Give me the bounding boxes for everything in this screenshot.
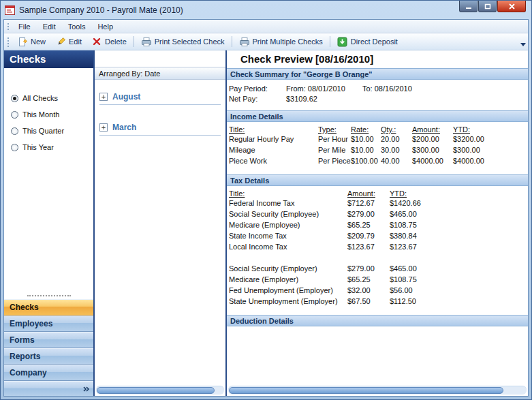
scrollbar-thumb[interactable] [97,387,215,394]
cell: $4000.00 [453,157,528,168]
maximize-button[interactable] [478,1,497,12]
cell: $10.00 [351,146,381,157]
new-button[interactable]: New [12,35,50,48]
edit-icon [55,37,66,47]
column-header: Title: [229,125,318,134]
group-march[interactable]: + March [99,123,221,136]
column-header: Title: [229,189,347,198]
delete-icon [91,37,102,47]
cell: $10.00 [351,135,381,146]
expand-plus-icon[interactable]: + [99,123,108,132]
print-selected-check-button[interactable]: Print Selected Check [136,35,230,48]
menu-tools[interactable]: Tools [62,21,92,32]
pay-period-to: To: 08/16/2010 [362,84,528,94]
cell: Per Hour [318,135,351,146]
toolbar-separator [134,36,134,47]
list-panel-spacer [95,50,225,67]
maximize-icon [484,3,491,10]
column-header: Rate: [351,125,381,134]
sidebar-splitter-handle[interactable] [4,292,93,299]
expand-plus-icon[interactable]: + [99,93,108,101]
cell: Regular Hourly Pay [229,135,318,146]
tax-table: Title: Amount: YTD: Federal Income Tax $… [227,186,528,315]
cell: Per Piece [318,157,351,168]
menu-edit[interactable]: Edit [37,21,62,32]
arranged-by-header[interactable]: Arranged By: Date [95,67,225,80]
radio-icon [11,111,18,119]
cell [390,253,528,264]
pay-period-label: Pay Period: [229,84,286,94]
filter-label: This Month [22,110,59,119]
cell: Mileage [229,146,318,157]
tax-section-header: Tax Details [227,174,528,186]
menu-help[interactable]: Help [91,21,119,32]
print-multiple-checks-label: Print Multiple Checks [253,37,323,46]
cell: State Income Tax [229,232,347,243]
delete-button[interactable]: Delete [87,35,131,48]
group-label: August [112,92,140,102]
toolbar-separator [330,36,330,47]
nav-forms[interactable]: Forms [4,332,93,348]
cell: Federal Income Tax [229,199,347,210]
column-header: YTD: [390,189,528,198]
cell: $300.00 [412,146,453,157]
menu-file[interactable]: File [12,21,37,32]
print-selected-check-label: Print Selected Check [155,37,225,46]
scrollbar-thumb[interactable] [229,387,503,394]
print-multiple-checks-button[interactable]: Print Multiple Checks [234,35,328,48]
net-pay-label: Net Pay: [229,94,286,104]
sidebar-title: Checks [4,50,93,68]
toolbar-grip [6,36,10,48]
list-horizontal-scrollbar[interactable] [96,386,224,395]
deduction-section-header: Deduction Details [227,315,528,326]
radio-icon [11,144,18,151]
filter-all-checks[interactable]: All Checks [4,90,93,106]
direct-deposit-button[interactable]: Direct Deposit [332,35,403,48]
cell: $123.67 [347,243,390,253]
cell: $32.00 [347,286,390,297]
column-header: Amount: [412,125,453,134]
edit-label: Edit [69,37,82,46]
title-bar: Sample Company 2010 - Payroll Mate (2010… [1,1,531,19]
cell: $65.25 [347,275,390,286]
radio-selected-icon [11,95,18,102]
nav-reports[interactable]: Reports [4,348,93,365]
radio-icon [11,127,18,135]
nav-checks[interactable]: Checks [4,299,93,316]
delete-label: Delete [105,37,127,46]
column-header: Type: [318,125,351,134]
toolbar-overflow-button[interactable] [519,41,527,48]
sidebar: Checks All Checks This Month This Quarte… [4,50,93,396]
pay-period-from: From: 08/01/2010 [286,84,362,94]
pay-period-row: Pay Period: From: 08/01/2010 To: 08/16/2… [229,84,528,94]
cell: $100.00 [351,157,381,168]
filter-this-year[interactable]: This Year [4,139,93,155]
filter-this-quarter[interactable]: This Quarter [4,123,93,139]
filter-this-month[interactable]: This Month [4,106,93,123]
preview-horizontal-scrollbar[interactable] [228,386,527,395]
cell: Medicare (Employer) [229,275,347,286]
cell: $123.67 [390,243,528,253]
minimize-button[interactable] [459,1,478,12]
nav-company[interactable]: Company [4,365,93,381]
filter-label: This Quarter [22,127,64,135]
cell: Piece Work [229,157,318,168]
cell: Per Mile [318,146,351,157]
toolbar: New Edit Delete [4,33,528,50]
menu-grip [6,22,10,31]
cell: $465.00 [390,210,528,221]
cell: $65.25 [347,221,390,232]
column-header: YTD: [453,125,528,134]
nav-configure-button[interactable] [4,381,93,396]
income-table: Title: Type: Rate: Qty.: Amount: YTD: Re… [227,122,528,174]
column-header: Amount: [347,189,390,198]
printer-icon [141,37,152,47]
group-august[interactable]: + August [99,92,221,105]
cell: $209.79 [347,232,390,243]
edit-button[interactable]: Edit [50,35,87,48]
cell [229,253,347,264]
close-button[interactable] [497,1,526,12]
check-filter-group: All Checks This Month This Quarter This … [4,68,93,292]
nav-employees[interactable]: Employees [4,316,93,332]
preview-title: Check Preview [08/16/2010] [227,50,528,68]
